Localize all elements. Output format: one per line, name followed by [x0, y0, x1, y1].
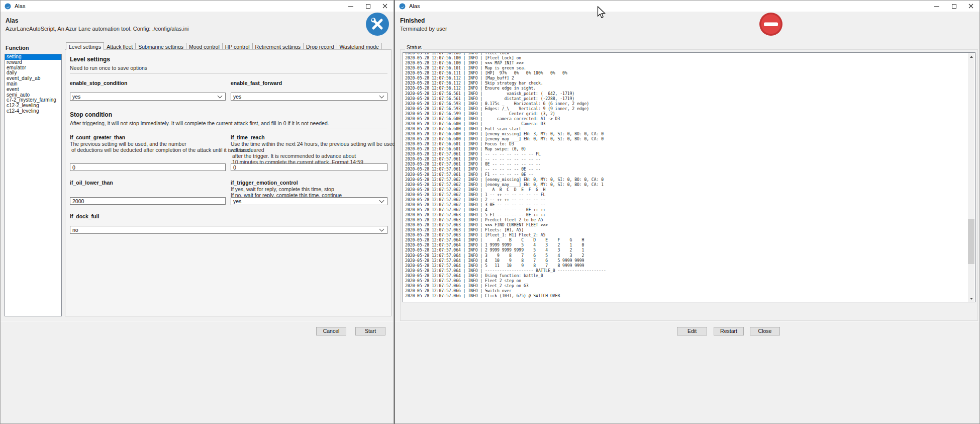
restart-button[interactable]: Restart	[714, 327, 744, 335]
tab-page-level-settings	[65, 49, 391, 316]
cancel-button[interactable]: Cancel	[316, 327, 346, 335]
scroll-down-button[interactable]	[968, 295, 974, 302]
app-title: Alas	[6, 17, 18, 24]
if-emotion-desc-line1: If yes, wait for reply, complete this ti…	[231, 186, 334, 192]
if-time-desc-line1: Use the time within the next 24 hours, t…	[231, 141, 411, 147]
config-titlebar[interactable]: Alas	[1, 1, 394, 12]
log-scrollbar[interactable]	[968, 53, 974, 302]
tab-bar: Level settingsAttack fleetSubmarine sett…	[66, 42, 382, 50]
tab-mood-control[interactable]: Mood control	[186, 43, 223, 50]
tab-retirement-settings[interactable]: Retirement settings	[253, 43, 304, 50]
log-output: 2020-05-28 12:07:56.100 | INFO | fleet_l…	[405, 52, 606, 299]
maximize-button[interactable]	[359, 1, 376, 12]
minimize-icon	[934, 6, 939, 7]
if-oil-input[interactable]	[70, 197, 226, 205]
if-count-desc-line1: The previous setting will be used, and t…	[70, 141, 186, 147]
enable-fast-forward-label: enable_fast_forward	[231, 80, 282, 86]
log-scroll-area[interactable]: 2020-05-28 12:07:56.100 | INFO | fleet_l…	[403, 52, 975, 302]
maximize-icon	[366, 4, 370, 9]
edit-button[interactable]: Edit	[677, 327, 707, 335]
function-item-event[interactable]: event	[5, 87, 61, 93]
close-button[interactable]	[962, 1, 979, 12]
if-time-desc-line3: after the trigger. It is recommended to …	[231, 153, 356, 159]
minimize-icon	[348, 6, 353, 7]
arrow-up-icon	[970, 56, 973, 58]
divider	[70, 128, 387, 128]
tab-drop-record[interactable]: Drop record	[304, 43, 337, 50]
tab-submarine-settings[interactable]: Submarine settings	[136, 43, 186, 50]
alas-icon	[399, 3, 406, 10]
close-icon	[382, 4, 387, 9]
if-count-desc-line2: of deductions will be deducted after com…	[70, 147, 252, 153]
chevron-down-icon	[379, 227, 384, 232]
if-dock-full-label: if_dock_full	[70, 213, 99, 219]
if-count-input[interactable]	[70, 163, 226, 171]
section-stop-condition-title: Stop condition	[70, 111, 112, 118]
chevron-down-icon	[379, 198, 384, 203]
if-time-reach-label: if_time_reach	[231, 134, 265, 140]
minimize-button[interactable]	[928, 1, 945, 12]
close-window-button[interactable]: Close	[750, 327, 780, 335]
function-panel-label: Function	[6, 45, 29, 51]
function-item-reward[interactable]: reward	[5, 60, 61, 65]
section-level-settings-desc: Need to run once to save options	[70, 65, 147, 71]
close-icon	[968, 4, 973, 9]
tab-level-settings[interactable]: Level settings	[66, 42, 104, 50]
screen: Alas Alas AzurLaneAutoScript, An Azur La…	[0, 0, 980, 424]
alas-icon	[5, 3, 11, 10]
alas-status-window: Alas Finished Terminated by user Status …	[395, 0, 980, 424]
section-stop-condition-desc: After triggering, it will not stop immed…	[70, 120, 329, 126]
divider	[395, 321, 979, 321]
section-level-settings-title: Level settings	[70, 56, 110, 63]
function-item-c12-4_leveling[interactable]: c12-4_leveling	[5, 109, 61, 114]
alas-config-window: Alas Alas AzurLaneAutoScript, An Azur La…	[0, 0, 394, 424]
chevron-down-icon	[379, 94, 384, 99]
arrow-down-icon	[970, 298, 973, 300]
start-button[interactable]: Start	[355, 327, 385, 335]
enable-fast-forward-select[interactable]: yes	[231, 93, 387, 101]
if-dock-full-select[interactable]: no	[70, 226, 387, 234]
maximize-button[interactable]	[945, 1, 962, 12]
chevron-down-icon	[218, 94, 223, 99]
divider	[70, 73, 387, 73]
function-list: settingrewardemulatordailyevent_daily_ab…	[5, 54, 62, 316]
tab-attack-fleet[interactable]: Attack fleet	[104, 43, 136, 50]
stop-sign-icon	[759, 13, 782, 36]
status-titlebar[interactable]: Alas	[395, 1, 979, 12]
minimize-button[interactable]	[342, 1, 359, 12]
if-trigger-emotion-control-label: if_trigger_emotion_control	[231, 180, 298, 186]
if-oil-lower-than-label: if_oil_lower_than	[70, 180, 113, 186]
divider	[1, 321, 394, 321]
run-state-title: Finished	[400, 17, 425, 24]
window-title: Alas	[15, 3, 25, 9]
tab-hp-control[interactable]: HP control	[223, 43, 253, 50]
tab-wasteland-mode[interactable]: Wasteland mode	[337, 43, 382, 50]
tools-logo-icon	[366, 13, 389, 36]
maximize-icon	[952, 4, 956, 9]
enable-stop-condition-select[interactable]: yes	[70, 93, 226, 101]
if-time-desc-line2: will be cleared	[231, 147, 264, 153]
if-time-input[interactable]	[231, 163, 387, 171]
app-subtitle: AzurLaneAutoScript, An Azur Lane automat…	[6, 26, 188, 32]
window-title: Alas	[409, 3, 420, 9]
scroll-up-button[interactable]	[968, 53, 974, 60]
mouse-cursor	[597, 6, 606, 19]
enable-stop-condition-label: enable_stop_condition	[70, 80, 127, 86]
scrollbar-thumb[interactable]	[968, 219, 974, 264]
if-count-greater-than-label: if_count_greater_than	[70, 134, 125, 140]
status-group-label: Status	[405, 44, 423, 50]
run-state-subtitle: Terminated by user	[400, 26, 447, 32]
if-trigger-emotion-control-select[interactable]: yes	[231, 197, 387, 205]
close-button[interactable]	[376, 1, 394, 12]
